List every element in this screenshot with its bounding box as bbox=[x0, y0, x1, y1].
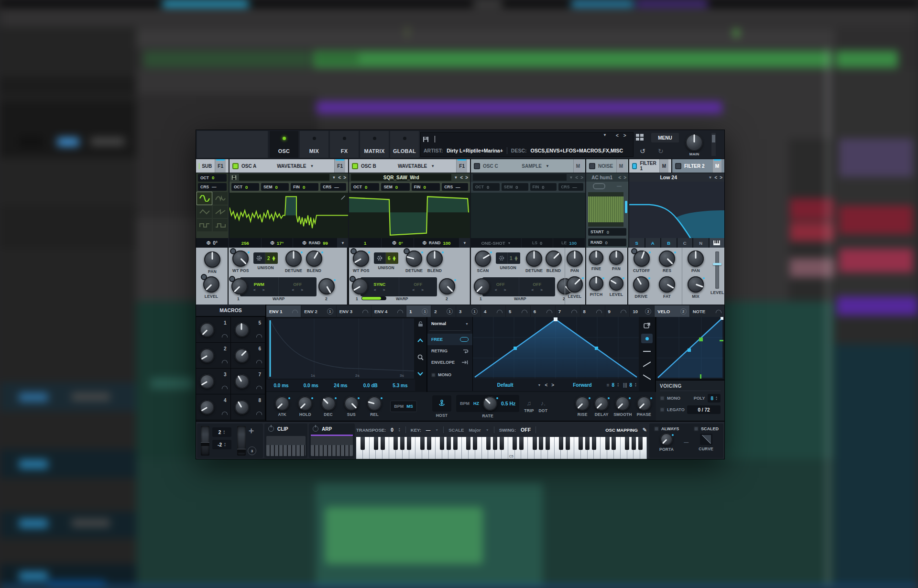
osc-b-warp1-knob[interactable] bbox=[352, 278, 368, 294]
lfo-triplet-button[interactable]: ♫ bbox=[527, 400, 532, 407]
scale-value[interactable]: Major bbox=[469, 427, 481, 433]
black-key[interactable] bbox=[625, 437, 629, 450]
osc-c-warp1-knob[interactable] bbox=[474, 278, 490, 294]
black-key[interactable] bbox=[447, 437, 451, 450]
envelope-display[interactable]: 1s 2s 3s bbox=[268, 318, 414, 379]
macro-4[interactable]: 4 bbox=[196, 394, 231, 420]
tab-lfo10[interactable]: 102 bbox=[630, 305, 654, 317]
tab-velo[interactable]: VELO2 bbox=[655, 305, 689, 317]
swing-value[interactable]: OFF bbox=[521, 427, 531, 433]
osc-b-fin[interactable]: 0 bbox=[423, 185, 426, 190]
lfo-delay-knob[interactable] bbox=[594, 396, 609, 411]
osc-a-warp2-mode[interactable]: OFF<> bbox=[279, 277, 317, 296]
sub-wave-saw-button[interactable] bbox=[213, 206, 228, 218]
black-key[interactable] bbox=[566, 437, 570, 450]
warp-prev[interactable]: < bbox=[374, 288, 376, 292]
voicing-legato-toggle[interactable]: LEGATO bbox=[660, 407, 685, 412]
filter-route-c[interactable]: C bbox=[678, 238, 693, 248]
tab-env4[interactable]: ENV 4 bbox=[372, 305, 406, 317]
filter2-mute-button[interactable]: M bbox=[712, 159, 721, 173]
warp-prev[interactable]: < bbox=[495, 288, 497, 292]
tab-lfo4[interactable]: 4 bbox=[481, 305, 505, 317]
osc-b-enable-checkbox[interactable] bbox=[352, 163, 358, 169]
mod-wheel[interactable] bbox=[237, 426, 246, 456]
key-value[interactable]: — bbox=[426, 427, 431, 433]
tab-lfo2[interactable]: 21 bbox=[431, 305, 456, 317]
env-rel-knob[interactable] bbox=[367, 396, 382, 411]
filter-route-n[interactable]: N bbox=[693, 238, 709, 248]
warp-prev[interactable]: < bbox=[253, 288, 256, 292]
sub-wave-square-button[interactable] bbox=[197, 219, 212, 231]
macro-1[interactable]: 1 bbox=[196, 317, 231, 343]
sub-pan-knob[interactable] bbox=[204, 251, 220, 268]
black-key[interactable] bbox=[427, 437, 431, 450]
lfo-bpm-toggle[interactable]: BPM bbox=[460, 401, 470, 406]
osc-a-fin[interactable]: 0 bbox=[303, 185, 305, 190]
header-fader[interactable] bbox=[711, 133, 716, 156]
osc-a-waveform-display[interactable] bbox=[230, 193, 348, 238]
ramp-up-tool[interactable] bbox=[641, 359, 653, 369]
black-key[interactable] bbox=[612, 437, 616, 450]
bend-down-value[interactable]: -2▲▼ bbox=[212, 440, 231, 449]
black-key[interactable] bbox=[632, 437, 636, 450]
noise-pitch-knob[interactable] bbox=[589, 276, 603, 291]
black-key[interactable] bbox=[519, 437, 524, 450]
black-key[interactable] bbox=[559, 437, 563, 450]
save-icon[interactable] bbox=[423, 136, 429, 142]
osc-b-expand-button[interactable]: ▼ bbox=[459, 238, 470, 248]
osc-c-unison-control[interactable]: 1▲▼ bbox=[496, 252, 520, 264]
filter-fat-knob[interactable] bbox=[659, 276, 675, 293]
osc-a-warp2-knob[interactable] bbox=[318, 278, 335, 294]
black-key[interactable] bbox=[407, 437, 411, 450]
filter2-enable-checkbox[interactable] bbox=[675, 163, 681, 169]
voicing-mono-toggle[interactable]: MONO bbox=[660, 396, 680, 401]
sub-level-knob[interactable] bbox=[203, 276, 219, 293]
tab-note[interactable]: NOTE bbox=[690, 305, 724, 317]
filter-type-dropdown[interactable]: Low 24 bbox=[631, 174, 706, 181]
black-key[interactable] bbox=[381, 437, 385, 450]
tab-lfo5[interactable]: 5 bbox=[506, 305, 530, 317]
filter-route-a[interactable]: A bbox=[645, 238, 661, 248]
chevron-down-icon[interactable]: ▼ bbox=[569, 175, 573, 180]
osc-c-play-mode[interactable]: ONE-SHOT▼ bbox=[471, 238, 522, 248]
lfo-hz-toggle[interactable]: HZ bbox=[473, 401, 479, 406]
noise-sample-name[interactable]: AC hum1 bbox=[588, 174, 616, 181]
move-icon[interactable]: ✛ bbox=[249, 427, 254, 435]
env-sustain-value[interactable]: 0.0 dB bbox=[356, 383, 385, 388]
lfo-rate-control[interactable]: BPM HZ 0.5 Hz bbox=[456, 395, 519, 412]
osc-c-detune-knob[interactable] bbox=[526, 250, 542, 267]
osc-a-frame-value[interactable]: 256 bbox=[230, 238, 262, 248]
sub-coarse-value[interactable]: — bbox=[212, 184, 217, 189]
clip-label[interactable]: CLIP bbox=[277, 426, 288, 432]
osc-b-phase-rand[interactable]: ΦRAND100 bbox=[414, 238, 459, 248]
sub-octave-value[interactable]: 0 bbox=[212, 175, 214, 180]
black-key[interactable] bbox=[440, 437, 444, 450]
tab-mix[interactable]: MIX bbox=[300, 131, 328, 158]
porta-knob[interactable] bbox=[660, 433, 673, 446]
black-key[interactable] bbox=[605, 437, 610, 450]
filter1-header[interactable]: FILTER 1 M bbox=[629, 159, 671, 173]
lfo-rate-value[interactable]: 0.5 Hz bbox=[501, 401, 515, 406]
osc-b-warp2-mode[interactable]: OFF<> bbox=[399, 277, 437, 296]
warp-next[interactable]: > bbox=[504, 288, 506, 292]
env-attack-value[interactable]: 0.0 ms bbox=[296, 383, 326, 388]
osc-c-header[interactable]: OSC C SAMPLE▼ M bbox=[471, 159, 585, 173]
osc-c-warp2-mode[interactable]: OFF<> bbox=[519, 277, 556, 296]
osc-b-wtpos-knob[interactable] bbox=[353, 250, 369, 267]
osc-b-phase[interactable]: Φ0° bbox=[382, 238, 414, 248]
env-release-value[interactable]: 5.3 ms bbox=[385, 383, 415, 388]
gear-icon[interactable] bbox=[496, 252, 508, 264]
tab-lfo6[interactable]: 6 bbox=[531, 305, 555, 317]
porta-always-toggle[interactable]: ALWAYS bbox=[654, 426, 679, 431]
osc-c-scan-knob[interactable] bbox=[475, 250, 491, 267]
noise-pan-knob[interactable] bbox=[609, 250, 623, 265]
power-icon[interactable] bbox=[268, 426, 274, 432]
filter-route-b[interactable]: B bbox=[661, 238, 677, 248]
osc-a-enable-checkbox[interactable] bbox=[232, 163, 239, 169]
env-delay-value[interactable]: 0.0 ms bbox=[266, 383, 296, 388]
tab-env3[interactable]: ENV 3 bbox=[337, 305, 371, 317]
osc-a-blend-knob[interactable] bbox=[306, 250, 322, 267]
menu-button[interactable]: MENU bbox=[651, 133, 679, 142]
osc-b-sem[interactable]: 0 bbox=[395, 185, 398, 190]
bend-up-value[interactable]: 2▲▼ bbox=[212, 427, 231, 437]
